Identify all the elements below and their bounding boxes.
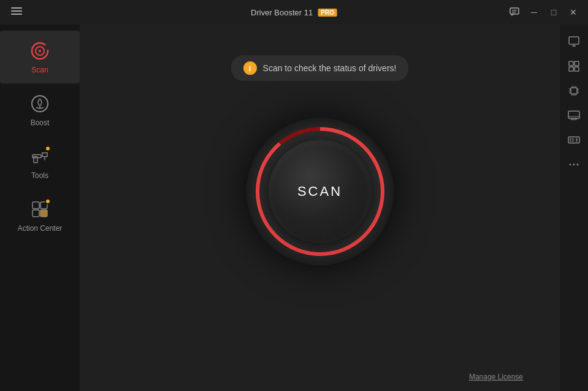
- info-icon: i: [243, 61, 257, 75]
- info-banner: i Scan to check the status of drivers!: [231, 55, 409, 81]
- scan-button[interactable]: SCAN: [269, 140, 372, 243]
- title-bar-controls: ─ □ ✕: [506, 4, 582, 21]
- right-panel-graphics[interactable]: [563, 129, 585, 151]
- scan-label: SCAN: [297, 184, 342, 199]
- graphics-icon: [568, 134, 580, 146]
- svg-rect-3: [510, 8, 519, 14]
- sidebar-tools-label: Tools: [31, 171, 48, 180]
- svg-rect-18: [32, 210, 39, 217]
- title-bar-center: Driver Booster 11 PRO: [251, 8, 337, 17]
- svg-rect-23: [569, 61, 573, 66]
- svg-rect-1: [11, 10, 22, 12]
- sidebar-item-scan[interactable]: Scan: [0, 31, 80, 83]
- action-center-icon-wrap: [29, 198, 51, 220]
- svg-rect-26: [575, 67, 579, 71]
- svg-point-9: [32, 96, 48, 112]
- scan-icon: [30, 41, 50, 61]
- close-button[interactable]: ✕: [565, 4, 582, 21]
- info-text: Scan to check the status of drivers!: [263, 63, 397, 73]
- scan-button-ring: SCAN: [256, 127, 384, 256]
- svg-rect-20: [569, 37, 579, 44]
- scan-button-wrap: SCAN: [246, 118, 394, 265]
- sidebar-boost-label: Boost: [31, 118, 50, 127]
- svg-rect-24: [575, 61, 579, 66]
- main-layout: Scan Boost: [0, 25, 588, 391]
- svg-rect-16: [32, 202, 39, 209]
- right-panel-chip[interactable]: [563, 80, 585, 102]
- footer: Manage License: [469, 371, 523, 382]
- tools-badge: [45, 145, 51, 152]
- sidebar-item-action-center[interactable]: Action Center: [0, 189, 80, 242]
- sidebar: Scan Boost: [0, 25, 80, 391]
- right-panel-display[interactable]: [563, 104, 585, 126]
- maximize-button[interactable]: □: [545, 4, 562, 21]
- display-icon: [568, 109, 580, 122]
- boost-icon: [30, 94, 50, 114]
- content-area: i Scan to check the status of drivers! S…: [80, 25, 560, 391]
- monitor-icon: [568, 36, 580, 48]
- action-center-badge: [45, 198, 51, 204]
- right-panel-more[interactable]: [563, 153, 585, 176]
- more-icon: [568, 158, 580, 171]
- svg-rect-25: [569, 67, 573, 71]
- pro-badge: PRO: [318, 9, 337, 17]
- svg-rect-2: [11, 14, 22, 15]
- svg-rect-19: [40, 210, 47, 217]
- boost-icon-wrap: [29, 93, 51, 115]
- chip-icon: [568, 85, 580, 97]
- app-title: Driver Booster 11: [251, 8, 313, 17]
- title-bar: Driver Booster 11 PRO ─ □ ✕: [0, 0, 588, 25]
- right-panel-windows[interactable]: [563, 55, 585, 77]
- menu-button[interactable]: [6, 3, 27, 22]
- svg-rect-40: [568, 111, 579, 118]
- svg-rect-0: [11, 7, 22, 9]
- svg-rect-44: [570, 139, 573, 141]
- svg-point-50: [577, 164, 579, 166]
- sidebar-action-center-label: Action Center: [18, 224, 63, 233]
- sidebar-item-tools[interactable]: Tools: [0, 136, 80, 189]
- minimize-button[interactable]: ─: [525, 4, 543, 21]
- title-bar-left: [6, 3, 27, 22]
- svg-rect-27: [571, 88, 577, 94]
- svg-line-12: [40, 107, 44, 109]
- right-panel: [560, 25, 588, 391]
- feedback-button[interactable]: [506, 4, 523, 21]
- svg-point-49: [573, 164, 575, 166]
- tools-icon-wrap: [29, 145, 51, 168]
- windows-icon: [568, 60, 580, 72]
- scan-icon-wrap: [29, 40, 51, 62]
- svg-point-8: [39, 50, 41, 52]
- manage-license-link[interactable]: Manage License: [469, 373, 523, 381]
- sidebar-scan-label: Scan: [31, 66, 48, 74]
- sidebar-item-boost[interactable]: Boost: [0, 83, 80, 136]
- svg-point-48: [570, 164, 571, 166]
- right-panel-monitor[interactable]: [563, 31, 585, 53]
- svg-line-11: [36, 107, 40, 109]
- svg-rect-42: [571, 118, 576, 120]
